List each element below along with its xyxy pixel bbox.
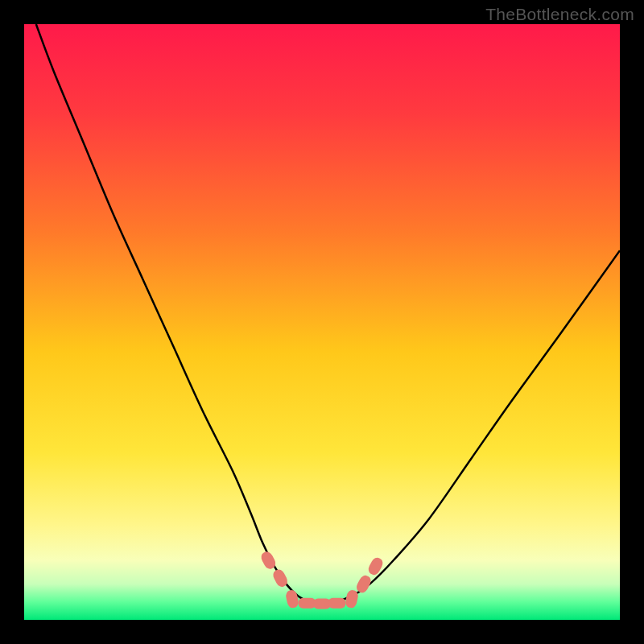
plot-area <box>24 24 620 620</box>
trough-markers <box>259 550 385 609</box>
marker-point <box>285 589 299 609</box>
watermark-text: TheBottleneck.com <box>485 5 634 24</box>
chart-svg <box>24 24 620 620</box>
bottleneck-curve <box>36 24 620 602</box>
marker-point <box>328 598 346 609</box>
